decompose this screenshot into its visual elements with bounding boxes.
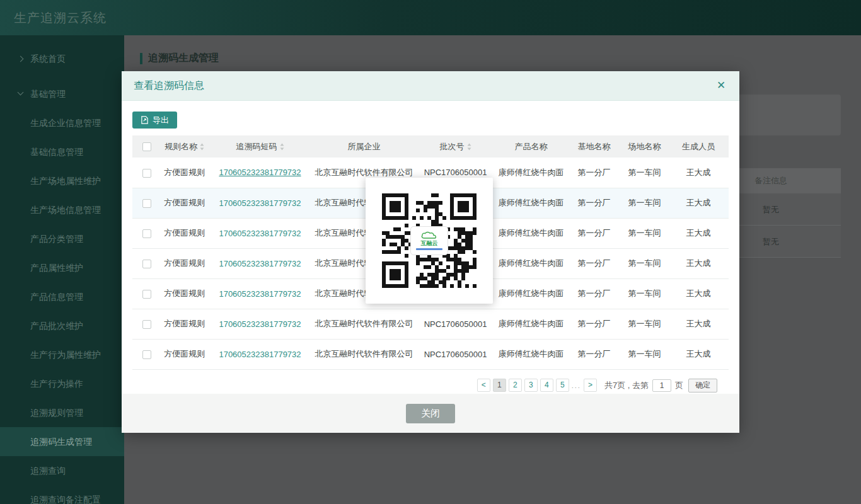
pagination-ellipsis: ... xyxy=(572,382,581,389)
trace-code-link[interactable]: 170605232381779732 xyxy=(219,168,301,177)
column-header: 产品名称 xyxy=(495,135,567,158)
page-button[interactable]: 2 xyxy=(509,379,522,392)
qr-center-logo: 互融云 xyxy=(410,226,448,255)
cell-base-name: 第一分厂 xyxy=(567,248,621,278)
sort-icon[interactable] xyxy=(200,143,204,151)
close-button[interactable]: 关闭 xyxy=(406,404,455,423)
cell-product-name: 康师傅红烧牛肉面 xyxy=(495,158,567,188)
row-checkbox[interactable] xyxy=(142,260,151,268)
column-header[interactable]: 规则名称 xyxy=(161,135,208,158)
pagination: < 12345 ... > 共7页 , 去第 页 确定 xyxy=(132,379,717,392)
cell-creator: 王大成 xyxy=(668,309,729,339)
export-button[interactable]: 导出 xyxy=(132,112,177,129)
cell-base-name: 第一分厂 xyxy=(567,218,621,248)
cell-product-name: 康师傅红烧牛肉面 xyxy=(495,339,567,369)
pagination-pages: 12345 xyxy=(490,379,569,392)
column-header: 生成人员 xyxy=(668,135,729,158)
cell-base-name: 第一分厂 xyxy=(567,309,621,339)
row-checkbox[interactable] xyxy=(142,199,151,208)
row-checkbox[interactable] xyxy=(142,229,151,238)
select-all-checkbox[interactable] xyxy=(142,142,151,151)
cell-creator: 王大成 xyxy=(668,188,729,218)
column-header[interactable]: 批次号 xyxy=(416,135,495,158)
page-button[interactable]: 3 xyxy=(524,379,538,392)
qr-code: 互融云 xyxy=(382,193,477,288)
table-header-row: 规则名称追溯码短码所属企业批次号产品名称基地名称场地名称生成人员 xyxy=(132,135,729,158)
cell-company: 北京互融时代软件有限公司 xyxy=(312,339,416,369)
cell-batch-no: NPC1706050001 xyxy=(416,309,495,339)
goto-page-input[interactable] xyxy=(652,379,671,392)
row-checkbox[interactable] xyxy=(142,320,151,329)
trace-code-link[interactable]: 170605232381779732 xyxy=(219,350,301,359)
row-checkbox[interactable] xyxy=(142,169,151,178)
cell-base-name: 第一分厂 xyxy=(567,188,621,218)
column-header: 场地名称 xyxy=(621,135,668,158)
cell-product-name: 康师傅红烧牛肉面 xyxy=(495,218,567,248)
cell-rule-name: 方便面规则 xyxy=(161,218,208,248)
dialog-title: 查看追溯码信息 xyxy=(122,80,204,91)
trace-code-link[interactable]: 170605232381779732 xyxy=(219,289,301,299)
qr-logo-text: 互融云 xyxy=(421,240,438,246)
sort-icon[interactable] xyxy=(280,143,284,151)
page-button[interactable]: 5 xyxy=(556,379,569,392)
cell-trace-code: 170605232381779732 xyxy=(208,278,312,309)
cell-select xyxy=(132,309,161,339)
cell-select xyxy=(132,218,161,248)
pagination-summary: 共7页 , 去第 xyxy=(604,380,649,391)
qr-logo-subtext-line xyxy=(416,248,442,250)
table-row: 方便面规则 170605232381779732 北京互融时代软件有限公司 NP… xyxy=(132,339,729,369)
row-checkbox[interactable] xyxy=(142,350,151,359)
next-page-button[interactable]: > xyxy=(584,379,597,392)
trace-code-link[interactable]: 170605232381779732 xyxy=(219,198,301,208)
cell-rule-name: 方便面规则 xyxy=(161,278,208,309)
cell-trace-code: 170605232381779732 xyxy=(208,309,312,339)
cell-batch-no: NPC1706050001 xyxy=(416,339,495,369)
dialog-footer: 关闭 xyxy=(122,394,739,433)
goto-confirm-button[interactable]: 确定 xyxy=(688,379,717,392)
column-header-label: 场地名称 xyxy=(628,142,661,151)
pagination-page-suffix: 页 xyxy=(675,380,683,391)
cell-creator: 王大成 xyxy=(668,218,729,248)
column-header-label: 批次号 xyxy=(440,142,465,151)
trace-code-link[interactable]: 170605232381779732 xyxy=(219,229,301,238)
cell-creator: 王大成 xyxy=(668,339,729,369)
sort-icon[interactable] xyxy=(467,143,471,151)
cell-creator: 王大成 xyxy=(668,248,729,278)
cell-product-name: 康师傅红烧牛肉面 xyxy=(495,309,567,339)
column-header: 所属企业 xyxy=(312,135,416,158)
trace-code-link[interactable]: 170605232381779732 xyxy=(219,319,301,329)
cell-site-name: 第一车间 xyxy=(621,248,668,278)
cell-base-name: 第一分厂 xyxy=(567,339,621,369)
cell-rule-name: 方便面规则 xyxy=(161,339,208,369)
close-icon[interactable]: ✕ xyxy=(712,71,731,100)
column-header-label: 追溯码短码 xyxy=(236,142,277,151)
page-button[interactable]: 1 xyxy=(493,379,506,392)
table-row: 方便面规则 170605232381779732 北京互融时代软件有限公司 NP… xyxy=(132,309,729,339)
cell-base-name: 第一分厂 xyxy=(567,278,621,309)
cell-company: 北京互融时代软件有限公司 xyxy=(312,309,416,339)
column-header: 基地名称 xyxy=(567,135,621,158)
column-header-label: 生成人员 xyxy=(682,142,715,151)
dialog-header: 查看追溯码信息 ✕ xyxy=(122,71,739,101)
select-all-header xyxy=(132,135,161,158)
prev-page-button[interactable]: < xyxy=(477,379,490,392)
cell-product-name: 康师傅红烧牛肉面 xyxy=(495,278,567,309)
column-header-label: 产品名称 xyxy=(515,142,548,151)
cell-trace-code: 170605232381779732 xyxy=(208,248,312,278)
cell-rule-name: 方便面规则 xyxy=(161,188,208,218)
qr-code-popup: 互融云 xyxy=(366,178,493,304)
cell-rule-name: 方便面规则 xyxy=(161,309,208,339)
row-checkbox[interactable] xyxy=(142,290,151,299)
cell-creator: 王大成 xyxy=(668,278,729,309)
cell-site-name: 第一车间 xyxy=(621,339,668,369)
cell-trace-code: 170605232381779732 xyxy=(208,158,312,188)
column-header[interactable]: 追溯码短码 xyxy=(208,135,312,158)
export-button-label: 导出 xyxy=(153,115,169,126)
trace-code-link[interactable]: 170605232381779732 xyxy=(219,259,301,268)
cell-site-name: 第一车间 xyxy=(621,278,668,309)
column-header-label: 规则名称 xyxy=(165,142,197,151)
cell-site-name: 第一车间 xyxy=(621,158,668,188)
page-button[interactable]: 4 xyxy=(540,379,553,392)
cell-rule-name: 方便面规则 xyxy=(161,158,208,188)
cell-creator: 王大成 xyxy=(668,158,729,188)
